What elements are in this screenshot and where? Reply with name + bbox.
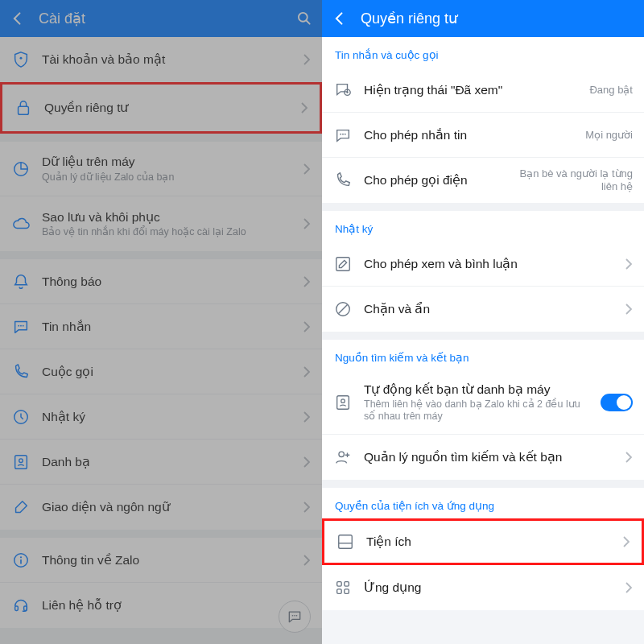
sublabel: Quản lý dữ liệu Zalo của bạn [42, 171, 291, 184]
svg-rect-28 [337, 582, 342, 587]
row-block[interactable]: Chặn và ẩn [322, 287, 644, 332]
row-ui[interactable]: Giao diện và ngôn ngữ [0, 485, 322, 530]
label: Tiện ích [366, 534, 611, 549]
svg-point-26 [339, 452, 344, 456]
label: Thông tin về Zalo [42, 552, 291, 568]
toggle-on[interactable] [601, 394, 633, 411]
label: Tự động kết bạn từ danh bạ máy [364, 382, 589, 397]
chevron-right-icon [625, 303, 633, 316]
svg-point-15 [294, 615, 295, 617]
svg-point-11 [20, 556, 22, 558]
info-icon [11, 551, 31, 570]
svg-point-16 [296, 615, 298, 617]
label: Nhật ký [42, 409, 291, 424]
brush-icon [11, 497, 31, 517]
block-icon [333, 299, 353, 319]
svg-point-1 [20, 57, 23, 60]
section-title: Tin nhắn và cuộc gọi [322, 37, 644, 68]
clock-icon [11, 407, 31, 427]
page-title: Quyền riêng tư [361, 10, 634, 27]
back-icon[interactable] [332, 10, 348, 27]
highlight-utilities: Tiện ích [322, 518, 644, 565]
phone-icon [11, 362, 31, 382]
svg-rect-2 [19, 106, 29, 114]
label: Cho phép xem và bình luận [364, 256, 613, 271]
row-data[interactable]: Dữ liệu trên máy Quản lý dữ liệu Zalo củ… [0, 142, 322, 196]
svg-point-5 [20, 324, 22, 326]
row-allow-msg[interactable]: Cho phép nhắn tin Mọi người [322, 113, 644, 158]
chevron-right-icon [303, 275, 311, 288]
row-contacts[interactable]: Danh bạ [0, 440, 322, 485]
header: Quyền riêng tư [322, 0, 644, 37]
label: Chặn và ẩn [364, 301, 613, 316]
row-account[interactable]: Tài khoản và bảo mật [0, 37, 322, 82]
svg-point-21 [345, 133, 346, 134]
row-call[interactable]: Cuộc gọi [0, 349, 322, 394]
settings-pane: Cài đặt Tài khoản và bảo mật Quyền riêng… [0, 0, 322, 644]
chevron-right-icon [625, 258, 633, 270]
svg-rect-22 [336, 257, 350, 270]
contacts-icon [11, 452, 31, 472]
back-icon[interactable] [10, 10, 26, 27]
svg-point-9 [19, 458, 23, 462]
svg-rect-30 [337, 589, 342, 594]
highlight-privacy: Quyền riêng tư [0, 82, 322, 134]
value: Đang bật [589, 84, 633, 97]
chevron-right-icon [625, 451, 633, 464]
label: Cho phép gọi điện [364, 172, 501, 188]
section-title: Nguồn tìm kiếm và kết bạn [322, 340, 644, 370]
label: Giao diện và ngôn ngữ [42, 499, 291, 514]
cloud-icon [11, 214, 31, 233]
bell-icon [11, 272, 31, 291]
label: Cho phép nhắn tin [364, 127, 574, 142]
row-apps[interactable]: Ứng dụng [322, 565, 644, 610]
svg-point-25 [341, 398, 345, 402]
row-view-comment[interactable]: Cho phép xem và bình luận [322, 242, 644, 287]
row-notify[interactable]: Thông báo [0, 259, 322, 304]
widget-icon [336, 532, 355, 551]
label: Tin nhắn [42, 319, 291, 334]
sublabel: Bảo vệ tin nhắn khi đổi máy hoặc cài lại… [42, 226, 291, 238]
chevron-right-icon [303, 365, 311, 378]
lock-icon [14, 98, 33, 118]
edit-icon [333, 254, 353, 274]
chevron-right-icon [303, 53, 311, 66]
label: Cuộc gọi [42, 364, 291, 379]
label: Dữ liệu trên máy [42, 154, 291, 169]
chevron-right-icon [622, 535, 630, 548]
row-manage-source[interactable]: Quản lý nguồn tìm kiếm và kết bạn [322, 435, 644, 480]
svg-rect-29 [345, 582, 349, 587]
grid-icon [333, 578, 353, 597]
section-title: Nhật ký [322, 211, 644, 242]
chevron-right-icon [303, 456, 311, 469]
row-about[interactable]: Thông tin về Zalo [0, 538, 322, 583]
row-msg[interactable]: Tin nhắn [0, 304, 322, 349]
label: Thông báo [42, 274, 291, 289]
user-add-icon [333, 448, 353, 467]
headset-icon [11, 596, 31, 615]
header: Cài đặt [0, 0, 322, 37]
label: Liên hệ hỗ trợ [42, 597, 311, 613]
label: Hiện trạng thái "Đã xem" [364, 82, 578, 97]
search-icon[interactable] [296, 10, 312, 27]
row-utilities[interactable]: Tiện ích [324, 521, 642, 563]
label: Quyền riêng tư [44, 100, 289, 115]
svg-rect-27 [339, 535, 353, 549]
privacy-pane: Quyền riêng tư Tin nhắn và cuộc gọi Hiện… [322, 0, 644, 644]
chevron-right-icon [303, 217, 311, 230]
row-seen[interactable]: Hiện trạng thái "Đã xem" Đang bật [322, 68, 644, 113]
shield-icon [11, 50, 31, 69]
row-allow-call[interactable]: Cho phép gọi điện Bạn bè và người lạ từn… [322, 158, 644, 203]
chat-fab[interactable] [279, 601, 311, 633]
label: Quản lý nguồn tìm kiếm và kết bạn [364, 449, 613, 464]
row-diary[interactable]: Nhật ký [0, 394, 322, 440]
chevron-right-icon [300, 101, 308, 114]
row-privacy[interactable]: Quyền riêng tư [2, 85, 320, 131]
row-support[interactable]: Liên hệ hỗ trợ [0, 583, 322, 628]
page-title: Cài đặt [39, 10, 283, 27]
row-auto-friend[interactable]: Tự động kết bạn từ danh bạ máy Thêm liên… [322, 370, 644, 435]
row-backup[interactable]: Sao lưu và khôi phục Bảo vệ tin nhắn khi… [0, 196, 322, 251]
svg-point-20 [342, 133, 344, 134]
chevron-right-icon [303, 501, 311, 514]
label: Ứng dụng [364, 580, 613, 595]
